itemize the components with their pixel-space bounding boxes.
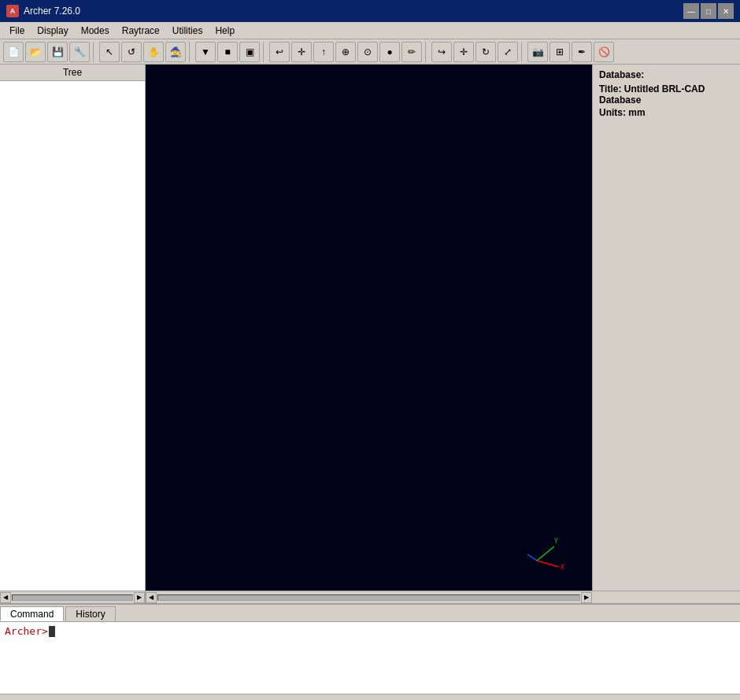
command-cursor: [49, 626, 55, 637]
status-bar: BRL-CAD: [0, 694, 740, 700]
save-file-button[interactable]: 💾: [47, 42, 68, 62]
toolbar-separator-22: [521, 42, 524, 62]
database-units-row: Units: mm: [599, 107, 734, 118]
solid-box-button[interactable]: ■: [217, 42, 238, 62]
sphere-solid-button[interactable]: ●: [379, 42, 400, 62]
stop-red-button[interactable]: 🚫: [594, 42, 614, 62]
rotate2-button[interactable]: ↻: [475, 42, 496, 62]
command-prompt: Archer>: [5, 625, 735, 637]
right-panel: Database: Title: Untitled BRL-CAD Databa…: [592, 65, 740, 591]
preferences-button[interactable]: 🔧: [69, 42, 90, 62]
app-title: Archer 7.26.0: [24, 6, 80, 17]
svg-text:X: X: [561, 564, 564, 571]
open-file-button[interactable]: 📂: [25, 42, 46, 62]
app-icon: A: [6, 5, 19, 17]
menu-item-modes[interactable]: Modes: [75, 24, 116, 38]
toolbar-separator-11: [263, 42, 266, 62]
grid-button[interactable]: ⊞: [549, 42, 570, 62]
tree-panel: Tree: [0, 65, 146, 591]
menu-item-utilities[interactable]: Utilities: [166, 24, 209, 38]
svg-line-2: [537, 546, 554, 561]
select-button[interactable]: ↖: [99, 42, 120, 62]
toolbar-separator-4: [93, 42, 96, 62]
crosshair-circle-button[interactable]: ⊕: [335, 42, 356, 62]
menu-item-help[interactable]: Help: [209, 24, 241, 38]
svg-line-0: [537, 561, 559, 567]
pen-tool-button[interactable]: ✒: [572, 42, 592, 62]
maximize-button[interactable]: □: [701, 3, 716, 19]
resize-cross-button[interactable]: ⤢: [498, 42, 518, 62]
pencil-line-button[interactable]: ✏: [401, 42, 422, 62]
tree-h-scroll: ◀ ▶: [0, 591, 146, 603]
tab-command[interactable]: Command: [0, 606, 64, 621]
viewport[interactable]: X Y: [146, 65, 592, 591]
vp-scroll-left[interactable]: ◀: [146, 592, 157, 603]
zoom-magic-button[interactable]: 🧙: [165, 42, 186, 62]
arrow-down-button[interactable]: ▼: [195, 42, 216, 62]
tree-scroll-right[interactable]: ▶: [134, 592, 145, 603]
move-cross-button[interactable]: ✛: [453, 42, 474, 62]
new-file-button[interactable]: 📄: [3, 42, 24, 62]
database-section-title: Database:: [599, 69, 734, 80]
svg-text:Y: Y: [554, 538, 558, 545]
menu-item-raytrace[interactable]: Raytrace: [116, 24, 166, 38]
wireframe-box-button[interactable]: ▣: [239, 42, 260, 62]
toolbar-separator-18: [425, 42, 428, 62]
sphere-outline-button[interactable]: ⊙: [357, 42, 378, 62]
svg-line-4: [527, 554, 537, 561]
menu-bar: FileDisplayModesRaytraceUtilitiesHelp: [0, 22, 740, 39]
rotate-button[interactable]: ↺: [121, 42, 142, 62]
main-area: Tree X Y Database: Title: Untitled BRL-C…: [0, 65, 740, 591]
prompt-text: Archer>: [5, 625, 48, 637]
toolbar-separator-8: [189, 42, 192, 62]
undo-button[interactable]: ↩: [269, 42, 290, 62]
tree-scroll-left[interactable]: ◀: [0, 592, 11, 603]
viewport-h-scroll: ◀ ▶: [146, 591, 592, 603]
vp-scroll-right[interactable]: ▶: [581, 592, 592, 603]
tree-content[interactable]: [0, 81, 145, 591]
tab-history[interactable]: History: [65, 606, 115, 621]
database-title-label: Title:: [599, 83, 624, 94]
vp-scroll-track[interactable]: [157, 594, 580, 601]
redo-move-button[interactable]: ↪: [431, 42, 452, 62]
bottom-area: CommandHistory Archer>: [0, 603, 740, 694]
camera-button[interactable]: 📷: [527, 42, 548, 62]
pan-button[interactable]: ✋: [143, 42, 164, 62]
tree-header: Tree: [0, 65, 145, 81]
menu-item-display[interactable]: Display: [31, 24, 74, 38]
toolbar: 📄📂💾🔧↖↺✋🧙▼■▣↩✛↑⊕⊙●✏↪✛↻⤢📷⊞✒🚫: [0, 39, 740, 65]
title-bar: A Archer 7.26.0 — □ ✕: [0, 0, 740, 22]
h-scroll-row: ◀ ▶ ◀ ▶: [0, 591, 740, 603]
right-h-spacer: [592, 591, 740, 603]
command-area[interactable]: Archer>: [0, 622, 740, 694]
axis-indicator: X Y: [521, 535, 568, 575]
tree-scroll-track[interactable]: [12, 594, 133, 601]
close-button[interactable]: ✕: [718, 3, 734, 19]
database-units-value: mm: [628, 107, 645, 118]
minimize-button[interactable]: —: [683, 3, 699, 19]
move-up-button[interactable]: ↑: [313, 42, 334, 62]
move-button[interactable]: ✛: [291, 42, 312, 62]
database-title-row: Title: Untitled BRL-CAD Database: [599, 83, 734, 106]
database-units-label: Units:: [599, 107, 628, 118]
menu-item-file[interactable]: File: [3, 24, 31, 38]
tab-bar: CommandHistory: [0, 605, 740, 622]
